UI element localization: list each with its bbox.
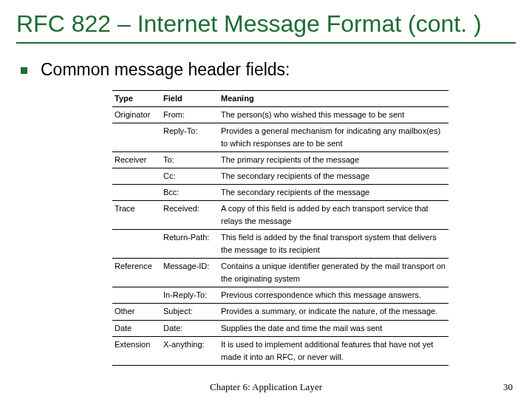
table-row: Date Date: Supplies the date and time th… [112,320,449,336]
cell-type: Originator [112,106,161,123]
table-row: In-Reply-To: Previous correspondence whi… [112,287,449,304]
slide-body: Common message header fields: Type Field… [16,60,516,366]
cell-field: From: [161,106,219,123]
cell-meaning: It is used to implement additional featu… [219,336,449,365]
cell-field: Bcc: [161,185,219,201]
bullet-row: Common message header fields: [16,60,516,80]
table-row: Receiver To: The primary recipients of t… [112,151,449,168]
cell-field: Message-ID: [161,259,219,287]
cell-meaning: Provides a general mechanism for indicat… [219,123,449,151]
table-row: Originator From: The person(s) who wishe… [112,106,449,123]
cell-field: Cc: [161,168,219,185]
header-fields-table-wrap: Type Field Meaning Originator From: The … [112,90,449,366]
footer-page-number: 30 [503,381,513,393]
col-field: Field [161,90,219,106]
cell-meaning: The secondary recipients of the message [219,168,449,185]
cell-type [112,123,161,151]
cell-type: Reference [112,259,161,287]
table-row: Bcc: The secondary recipients of the mes… [112,185,449,201]
cell-meaning: Contains a unique identifier generated b… [219,259,449,287]
table-row: Reply-To: Provides a general mechanism f… [112,123,449,151]
cell-type: Receiver [112,151,161,168]
cell-meaning: The person(s) who wished this message to… [219,106,449,123]
table-row: Trace Received: A copy of this field is … [112,201,449,230]
cell-meaning: The primary recipients of the message [219,151,449,168]
cell-type [112,168,161,185]
cell-meaning: A copy of this field is added by each tr… [219,201,449,230]
cell-type [112,287,161,304]
col-meaning: Meaning [219,90,449,106]
cell-meaning: Provides a summary, or indicate the natu… [219,304,449,320]
bullet-text: Common message header fields: [41,60,290,80]
table-row: Other Subject: Provides a summary, or in… [112,304,449,320]
bullet-square-icon [21,67,27,74]
table-row: Extension X-anything: It is used to impl… [112,336,449,365]
cell-type: Date [112,320,161,336]
footer-chapter: Chapter 6: Application Layer [0,381,532,393]
slide-title: RFC 822 – Internet Message Format (cont.… [16,10,516,44]
cell-field: In-Reply-To: [161,287,219,304]
col-type: Type [112,90,161,106]
table-row: Reference Message-ID: Contains a unique … [112,259,449,287]
cell-meaning: This field is added by the final transpo… [219,230,449,259]
header-fields-table: Type Field Meaning Originator From: The … [112,90,449,366]
cell-type [112,185,161,201]
cell-meaning: The secondary recipients of the message [219,185,449,201]
cell-field: X-anything: [161,336,219,365]
table-row: Cc: The secondary recipients of the mess… [112,168,449,185]
cell-field: Date: [161,320,219,336]
table-row: Return-Path: This field is added by the … [112,230,449,259]
cell-field: Return-Path: [161,230,219,259]
cell-field: Reply-To: [161,123,219,151]
cell-type [112,230,161,259]
cell-meaning: Supplies the date and time the mail was … [219,320,449,336]
cell-type: Other [112,304,161,320]
cell-field: To: [161,151,219,168]
cell-field: Received: [161,201,219,230]
cell-type: Trace [112,201,161,230]
cell-meaning: Previous correspondence which this messa… [219,287,449,304]
slide: RFC 822 – Internet Message Format (cont.… [0,0,532,399]
cell-type: Extension [112,336,161,365]
cell-field: Subject: [161,304,219,320]
table-header-row: Type Field Meaning [112,90,449,106]
